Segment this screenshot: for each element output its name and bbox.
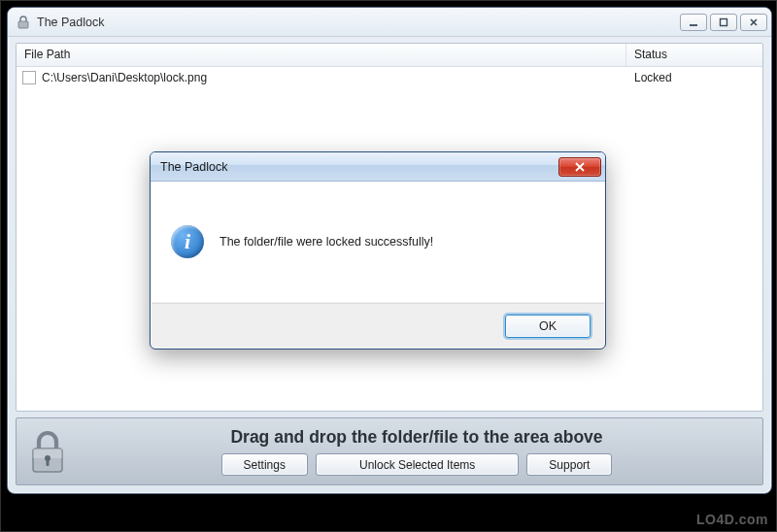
main-titlebar: The Padlock bbox=[8, 8, 771, 37]
dialog-title: The Padlock bbox=[160, 160, 558, 174]
file-icon bbox=[22, 71, 36, 84]
drag-hint-label: Drag and drop the folder/file to the are… bbox=[230, 427, 602, 448]
padlock-large-icon bbox=[26, 427, 69, 476]
dialog-titlebar: The Padlock bbox=[151, 152, 605, 182]
column-header-path[interactable]: File Path bbox=[17, 44, 626, 66]
close-button[interactable] bbox=[740, 14, 767, 31]
file-status-cell: Locked bbox=[626, 71, 762, 84]
minimize-button[interactable] bbox=[680, 14, 707, 31]
maximize-button[interactable] bbox=[710, 14, 737, 31]
main-window-title: The Padlock bbox=[37, 16, 677, 29]
column-header-status[interactable]: Status bbox=[626, 44, 762, 66]
settings-button[interactable]: Settings bbox=[221, 453, 308, 476]
dialog-body: i The folder/file were locked successful… bbox=[152, 182, 604, 302]
info-icon: i bbox=[171, 225, 204, 258]
list-header: File Path Status bbox=[17, 44, 762, 67]
table-row[interactable]: C:\Users\Dani\Desktop\lock.png Locked bbox=[17, 67, 762, 88]
message-dialog: The Padlock i The folder/file were locke… bbox=[150, 151, 606, 349]
padlock-icon bbox=[16, 15, 31, 30]
svg-rect-2 bbox=[721, 18, 727, 25]
svg-rect-0 bbox=[18, 21, 28, 28]
ok-button[interactable]: OK bbox=[505, 315, 591, 338]
dialog-close-button[interactable] bbox=[558, 157, 601, 177]
support-button[interactable]: Support bbox=[526, 453, 612, 476]
file-path-cell: C:\Users\Dani\Desktop\lock.png bbox=[42, 71, 207, 84]
watermark: LO4D.com bbox=[696, 512, 768, 527]
dialog-footer: OK bbox=[152, 303, 604, 348]
unlock-selected-button[interactable]: Unlock Selected Items bbox=[316, 453, 519, 476]
bottom-toolbar: Drag and drop the folder/file to the are… bbox=[16, 417, 763, 485]
svg-rect-6 bbox=[47, 459, 50, 466]
screenshot-frame: The Padlock File Path Status C bbox=[0, 0, 777, 532]
dialog-message: The folder/file were locked successfully… bbox=[220, 235, 433, 249]
